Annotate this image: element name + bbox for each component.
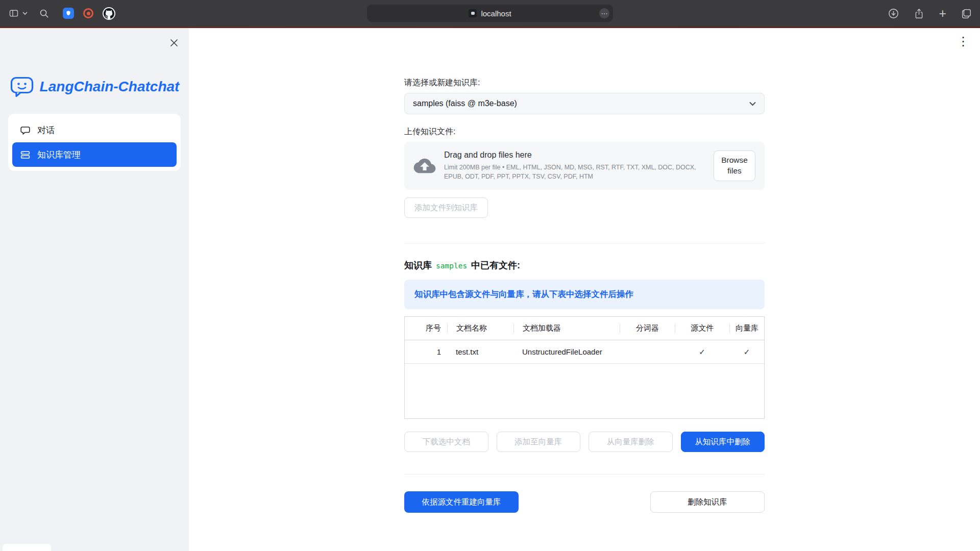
source-check-icon: ✓ bbox=[675, 347, 729, 357]
chevron-down-icon bbox=[22, 11, 28, 15]
file-dropzone[interactable]: Drag and drop files here Limit 200MB per… bbox=[404, 142, 765, 190]
search-button[interactable] bbox=[39, 8, 50, 19]
share-icon bbox=[914, 8, 924, 19]
kb-name-code: samples bbox=[436, 262, 467, 270]
add-to-vector-button[interactable]: 添加至向量库 bbox=[497, 432, 581, 452]
table-row[interactable]: 1 test.txt UnstructuredFileLoader ✓ ✓ bbox=[405, 340, 764, 364]
sidebar-item-knowledge-base[interactable]: 知识库管理 bbox=[12, 142, 177, 167]
knowledge-base-icon bbox=[20, 149, 31, 160]
add-files-button[interactable]: 添加文件到知识库 bbox=[404, 197, 488, 218]
sidebar-nav: 对话 知识库管理 bbox=[8, 114, 181, 171]
kb-actions-row: 依据源文件重建向量库 删除知识库 bbox=[404, 491, 765, 513]
more-options-icon[interactable]: ⋯ bbox=[599, 8, 609, 18]
col-header-index: 序号 bbox=[405, 323, 447, 333]
browser-toolbar: localhost ⋯ + bbox=[0, 0, 980, 27]
heading-suffix: 中已有文件: bbox=[471, 259, 520, 271]
shield-icon bbox=[65, 10, 72, 17]
chat-icon bbox=[20, 125, 31, 136]
record-dot-icon bbox=[87, 12, 90, 15]
close-icon bbox=[169, 38, 179, 48]
tabs-overview-icon bbox=[961, 8, 972, 19]
address-url-text: localhost bbox=[481, 9, 511, 18]
github-octocat-icon bbox=[104, 8, 114, 19]
app-logo-text: LangChain-Chatchat bbox=[40, 79, 180, 95]
extension-orange-button[interactable] bbox=[83, 8, 93, 18]
kb-select-dropdown[interactable]: samples (faiss @ m3e-base) bbox=[404, 93, 765, 114]
cloud-upload-icon bbox=[413, 158, 436, 174]
sidebar-toggle-button[interactable] bbox=[8, 8, 28, 18]
info-banner-text: 知识库中包含源文件与向量库，请从下表中选择文件后操作 bbox=[414, 289, 633, 300]
dropzone-limit-text: Limit 200MB per file • EML, HTML, JSON, … bbox=[444, 163, 705, 181]
files-section-heading: 知识库 samples 中已有文件: bbox=[404, 259, 765, 271]
files-table: 序号 文档名称 文档加载器 分词器 源文件 向量库 1 test.txt Uns… bbox=[404, 316, 765, 419]
table-header-row: 序号 文档名称 文档加载器 分词器 源文件 向量库 bbox=[405, 317, 764, 340]
kb-select-value: samples (faiss @ m3e-base) bbox=[413, 99, 517, 108]
col-header-loader: 文档加载器 bbox=[513, 323, 620, 333]
chevron-down-icon bbox=[749, 102, 756, 106]
sidebar-item-dialogue[interactable]: 对话 bbox=[12, 118, 177, 142]
dropzone-text: Drag and drop files here Limit 200MB per… bbox=[444, 151, 705, 181]
sidebar-item-label: 对话 bbox=[37, 124, 55, 136]
rebuild-vector-store-button[interactable]: 依据源文件重建向量库 bbox=[404, 491, 519, 513]
extension-blue-button[interactable] bbox=[63, 8, 74, 19]
main-area: ⋮ 请选择或新建知识库: samples (faiss @ m3e-base) … bbox=[189, 28, 980, 551]
new-tab-button[interactable]: + bbox=[939, 7, 946, 20]
cell-index: 1 bbox=[405, 347, 447, 356]
sidebar-panel-icon bbox=[8, 8, 19, 18]
cell-name: test.txt bbox=[447, 347, 513, 356]
remove-from-vector-button[interactable]: 从向量库删除 bbox=[589, 432, 673, 452]
streamlit-menu-button[interactable]: ⋮ bbox=[955, 33, 971, 49]
github-extension-button[interactable] bbox=[103, 7, 115, 20]
app-sidebar: LangChain-Chatchat 对话 知识库管理 bbox=[0, 28, 189, 551]
section-divider bbox=[404, 243, 765, 243]
sidebar-bottom-strip bbox=[3, 544, 51, 551]
app-decoration-line bbox=[0, 27, 980, 28]
vector-check-icon: ✓ bbox=[729, 347, 764, 357]
share-button[interactable] bbox=[914, 8, 924, 19]
sidebar-close-button[interactable] bbox=[166, 35, 182, 51]
download-circle-icon bbox=[888, 8, 899, 19]
cell-loader: UnstructuredFileLoader bbox=[513, 347, 620, 356]
col-header-splitter: 分词器 bbox=[620, 323, 675, 333]
page-content: 请选择或新建知识库: samples (faiss @ m3e-base) 上传… bbox=[404, 78, 765, 513]
heading-prefix: 知识库 bbox=[404, 259, 432, 271]
address-bar[interactable]: localhost ⋯ bbox=[367, 5, 613, 22]
plus-icon: + bbox=[939, 7, 946, 20]
kebab-menu-icon: ⋮ bbox=[957, 35, 969, 47]
app-logo: LangChain-Chatchat bbox=[0, 76, 189, 97]
sidebar-item-label: 知识库管理 bbox=[37, 149, 81, 161]
browse-files-button[interactable]: Browse files bbox=[714, 151, 755, 181]
kb-select-label: 请选择或新建知识库: bbox=[404, 78, 765, 88]
col-header-vector: 向量库 bbox=[729, 323, 764, 333]
tab-overview-button[interactable] bbox=[961, 8, 972, 19]
search-icon bbox=[39, 8, 50, 19]
download-selected-button[interactable]: 下载选中文档 bbox=[404, 432, 488, 452]
chat-bubble-logo-icon bbox=[10, 76, 34, 97]
col-header-name: 文档名称 bbox=[447, 323, 513, 333]
dropzone-title: Drag and drop files here bbox=[444, 151, 705, 160]
upload-label: 上传知识文件: bbox=[404, 127, 765, 137]
section-divider bbox=[404, 474, 765, 474]
downloads-button[interactable] bbox=[888, 8, 899, 19]
delete-from-kb-button[interactable]: 从知识库中删除 bbox=[681, 432, 765, 452]
info-banner: 知识库中包含源文件与向量库，请从下表中选择文件后操作 bbox=[404, 280, 765, 309]
site-favicon bbox=[469, 9, 477, 17]
delete-kb-button[interactable]: 删除知识库 bbox=[650, 491, 765, 513]
file-actions-row: 下载选中文档 添加至向量库 从向量库删除 从知识库中删除 bbox=[404, 432, 765, 452]
col-header-source: 源文件 bbox=[675, 323, 729, 333]
